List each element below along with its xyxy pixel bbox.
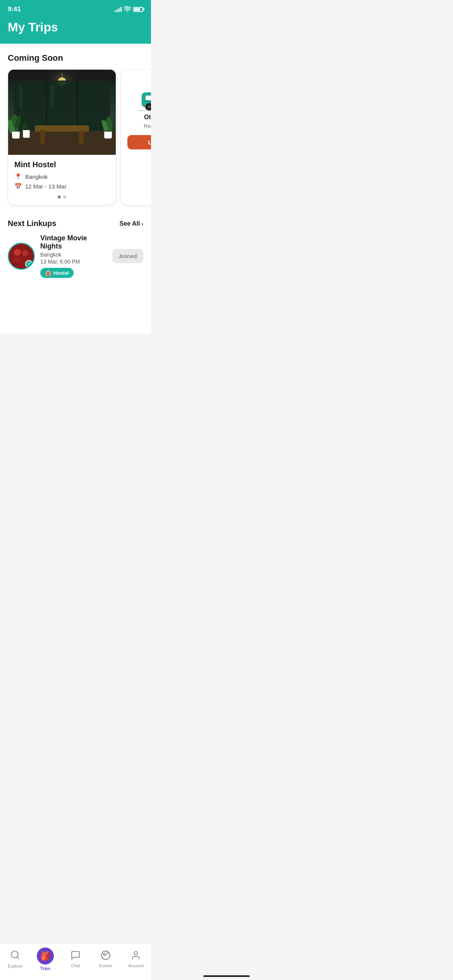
dot-1 (58, 195, 61, 199)
signal-icon (115, 7, 122, 12)
svg-rect-7 (145, 95, 151, 101)
promo-button[interactable]: Let's Go (127, 135, 151, 149)
linkup-time: 13 Mar, 6:00 PM (40, 259, 107, 265)
coming-soon-title: Coming Soon (8, 53, 143, 63)
linkup-avatar: ✓ (8, 243, 35, 270)
linkup-name: Vintage Movie Nights (40, 234, 107, 250)
svg-point-12 (148, 105, 151, 108)
battery-icon (133, 7, 143, 12)
status-bar: 9:41 (0, 0, 151, 17)
status-icons (115, 6, 143, 13)
svg-point-18 (22, 250, 28, 256)
page-header: My Trips (0, 17, 151, 44)
trip-dates: 📅 12 Mar - 13 Mar (14, 183, 110, 190)
trip-name: Mint Hostel (14, 160, 110, 169)
trip-card[interactable]: Mint Hostel 📍 Bangkok 📅 12 Mar - 13 Mar (8, 69, 116, 205)
bus-illustration (138, 77, 151, 114)
card-dots (14, 195, 110, 199)
cards-scroll[interactable]: Mint Hostel 📍 Bangkok 📅 12 Mar - 13 Mar (0, 69, 151, 208)
next-linkups-title: Next Linkups (8, 219, 57, 228)
main-content: Coming Soon (0, 44, 151, 334)
linkup-info: Vintage Movie Nights Bangkok 13 Mar, 6:0… (40, 234, 107, 278)
hostel-tag-icon: 🏨 (45, 270, 51, 276)
promo-title: Others are (144, 114, 151, 121)
trip-location: 📍 Bangkok (14, 173, 110, 180)
linkup-tag: 🏨 Hostel (40, 268, 74, 278)
joined-badge: Joined (112, 249, 143, 263)
page-title: My Trips (8, 20, 143, 34)
svg-point-17 (14, 249, 21, 256)
location-icon: 📍 (14, 173, 22, 180)
linkup-item[interactable]: ✓ Vintage Movie Nights Bangkok 13 Mar, 6… (8, 234, 143, 278)
avatar-check-icon: ✓ (25, 260, 33, 268)
status-time: 9:41 (8, 5, 21, 13)
see-all-link[interactable]: See All › (120, 220, 143, 227)
promo-card[interactable]: Others are Ready to start Let's Go (121, 69, 151, 205)
wifi-icon (124, 6, 131, 13)
trip-card-body: Mint Hostel 📍 Bangkok 📅 12 Mar - 13 Mar (8, 155, 116, 205)
dot-2 (63, 195, 66, 199)
linkup-location: Bangkok (40, 252, 107, 258)
calendar-icon: 📅 (14, 183, 22, 190)
chevron-right-icon: › (141, 221, 143, 227)
next-linkups-header: Next Linkups See All › (8, 219, 143, 228)
trip-card-image (8, 70, 116, 155)
promo-subtitle: Ready to start (144, 123, 151, 129)
